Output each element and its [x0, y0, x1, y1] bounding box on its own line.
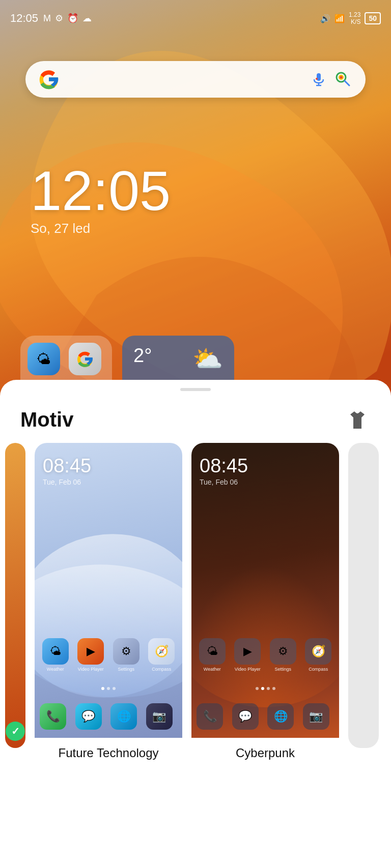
cp-dock-phone[interactable]: 📞 — [197, 703, 223, 730]
selected-checkmark: ✓ — [6, 722, 25, 741]
ft-compass-label: Compass — [152, 667, 171, 672]
cp-weather-icon: 🌤 — [199, 638, 226, 665]
cp-clock-date: Tue, Feb 06 — [200, 478, 331, 486]
settings-icon: ⚙ — [55, 13, 63, 24]
ft-page-dots — [35, 687, 182, 690]
cp-dot-4 — [272, 687, 275, 690]
cp-page-dots — [191, 687, 339, 690]
svg-rect-0 — [317, 73, 321, 81]
ft-compass-icon: 🧭 — [148, 638, 175, 665]
cp-compass-label: Compass — [309, 667, 328, 672]
theme-card-future-technology[interactable]: 08:45 Tue, Feb 06 🌤 Weather ▶ Video Play… — [35, 443, 182, 760]
cp-app-grid: 🌤 Weather ▶ Video Player ⚙ Settings 🧭 Co… — [197, 638, 334, 672]
theme-card-partial-left[interactable]: ✓ — [5, 443, 25, 748]
cp-dot-3 — [267, 687, 270, 690]
sheet-header: Motiv — [0, 391, 391, 443]
cp-dot-2 — [261, 687, 264, 690]
alarm-icon: ⏰ — [67, 13, 78, 24]
ft-weather-icon: 🌤 — [42, 638, 69, 665]
ft-settings-label: Settings — [118, 667, 134, 672]
theme-card-cyberpunk[interactable]: 08:45 Tue, Feb 06 🌤 Weather ▶ Video Play… — [191, 443, 339, 760]
ft-theme-label: Future Technology — [35, 746, 182, 760]
cloud-icon: ☁ — [82, 13, 92, 24]
svg-point-6 — [340, 76, 343, 79]
cp-app-compass[interactable]: 🧭 Compass — [303, 638, 334, 672]
dot-1 — [101, 687, 104, 690]
ft-dock-browser[interactable]: 🌐 — [110, 703, 137, 730]
status-bar: 12:05 M ⚙ ⏰ ☁ 🔊 📶 1.23 K/S 50 — [0, 0, 391, 31]
ft-weather-label: Weather — [47, 667, 64, 672]
google-app-icon[interactable] — [69, 343, 101, 375]
gmail-icon: M — [43, 13, 51, 24]
status-right: 🔊 📶 1.23 K/S 50 — [320, 11, 381, 26]
ft-app-weather[interactable]: 🌤 Weather — [40, 638, 71, 672]
ft-dock-messages[interactable]: 💬 — [75, 703, 102, 730]
cp-theme-label: Cyberpunk — [191, 746, 339, 760]
status-left: 12:05 M ⚙ ⏰ ☁ — [10, 12, 92, 25]
cp-dock-camera[interactable]: 📷 — [303, 703, 329, 730]
google-logo — [38, 68, 60, 91]
status-icons: M ⚙ ⏰ ☁ — [43, 13, 92, 24]
ft-dock-camera[interactable]: 📷 — [146, 703, 173, 730]
ft-settings-icon: ⚙ — [113, 638, 139, 665]
cp-dock-browser[interactable]: 🌐 — [267, 703, 294, 730]
battery-level: 50 — [369, 14, 377, 22]
network-speed: 1.23 K/S — [349, 11, 360, 26]
shirt-icon[interactable] — [344, 406, 371, 433]
bottom-sheet: Motiv ✓ 08:45 Tue, Feb 06 — [0, 380, 391, 868]
svg-point-3 — [316, 78, 318, 80]
lens-icon — [335, 71, 351, 87]
clock-time: 12:05 — [31, 163, 171, 219]
bluetooth-icon: 🔊 — [320, 14, 330, 23]
sheet-title: Motiv — [20, 408, 73, 431]
cp-app-settings[interactable]: ⚙ Settings — [267, 638, 299, 672]
weather-temperature: 2° — [133, 345, 152, 367]
clock-widget: 12:05 So, 27 led — [31, 163, 171, 236]
ft-dock: 📞 💬 🌐 📷 — [40, 703, 177, 730]
ft-app-compass[interactable]: 🧭 Compass — [146, 638, 178, 672]
ft-clock-date: Tue, Feb 06 — [43, 478, 174, 486]
lens-search-button[interactable] — [333, 69, 353, 89]
ft-app-settings[interactable]: ⚙ Settings — [110, 638, 142, 672]
cp-clock-time: 08:45 — [200, 455, 331, 477]
weather-app-icon[interactable]: 🌤 — [27, 343, 60, 375]
cp-settings-icon: ⚙ — [270, 638, 296, 665]
cp-app-weather[interactable]: 🌤 Weather — [197, 638, 228, 672]
ft-clock-time: 08:45 — [43, 455, 174, 477]
cp-weather-label: Weather — [204, 667, 221, 672]
dot-2 — [107, 687, 110, 690]
cp-video-icon: ▶ — [234, 638, 261, 665]
wifi-icon: 📶 — [334, 14, 345, 23]
cp-dot-1 — [256, 687, 259, 690]
cp-video-label: Video Player — [235, 667, 261, 672]
clock-date: So, 27 led — [31, 221, 171, 236]
status-time: 12:05 — [10, 12, 38, 25]
cp-compass-icon: 🧭 — [305, 638, 331, 665]
network-speed-unit: K/S — [349, 18, 360, 25]
ft-app-grid: 🌤 Weather ▶ Video Player ⚙ Settings 🧭 Co… — [40, 638, 177, 672]
network-speed-value: 1.23 — [349, 11, 360, 18]
theme-card-partial-right[interactable] — [348, 443, 379, 748]
cp-dock: 📞 💬 🌐 📷 — [197, 703, 334, 730]
ft-dock-phone[interactable]: 📞 — [40, 703, 66, 730]
weather-icon-sun: ⛅ — [192, 345, 223, 373]
battery-indicator: 50 — [365, 12, 381, 24]
ft-video-icon: ▶ — [77, 638, 104, 665]
search-bar[interactable] — [25, 61, 366, 98]
mic-icon — [311, 72, 326, 87]
cp-dock-messages[interactable]: 💬 — [232, 703, 259, 730]
theme-cards-row: ✓ 08:45 Tue, Feb 06 🌤 Weather ▶ — [0, 443, 391, 781]
voice-search-button[interactable] — [309, 69, 329, 89]
cp-settings-label: Settings — [274, 667, 291, 672]
dot-3 — [113, 687, 116, 690]
ft-app-video[interactable]: ▶ Video Player — [75, 638, 107, 672]
ft-video-label: Video Player — [78, 667, 104, 672]
cp-app-video[interactable]: ▶ Video Player — [232, 638, 264, 672]
